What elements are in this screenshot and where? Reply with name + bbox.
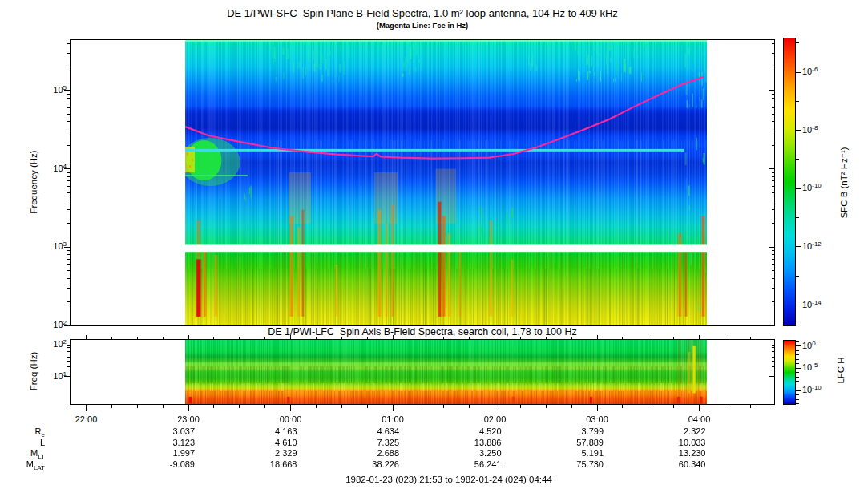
ephemeris-value: 4.520	[454, 426, 502, 437]
freq-minor-tick	[772, 114, 774, 115]
freq-minor-tick	[772, 354, 774, 354]
ephemeris-value: 60.340	[658, 459, 706, 470]
freq-minor-tick	[67, 53, 70, 54]
sfc-spectrogram-panel	[70, 39, 775, 326]
time-tick	[725, 405, 725, 408]
sfc-colorbar-minor-tick	[796, 217, 799, 218]
lfc-colorbar-minor-tick	[796, 354, 799, 355]
ephemeris-value: 3.123	[147, 438, 195, 448]
sfc-colorbar-major-tick	[796, 188, 801, 189]
freq-minor-tick	[772, 301, 774, 302]
freq-minor-tick	[67, 264, 70, 265]
freq-minor-tick	[67, 192, 70, 193]
ephemeris-value: 1.997	[147, 448, 195, 459]
time-tick-top	[571, 337, 572, 339]
sfc-colorbar-tick-label: 10-10	[802, 183, 839, 194]
freq-minor-tick	[772, 121, 774, 122]
freq-minor-tick	[772, 264, 774, 265]
freq-minor-tick	[772, 67, 774, 67]
time-tick-label: 03:00	[573, 414, 621, 425]
ephemeris-row-label: Re	[5, 426, 45, 438]
freq-minor-tick	[772, 180, 774, 181]
freq-minor-tick	[772, 176, 774, 177]
freq-tick-label: 102	[41, 339, 67, 350]
time-tick-top	[86, 335, 87, 339]
sfc-colorbar-tick-label: 10-6	[802, 67, 839, 78]
freq-minor-tick	[772, 350, 774, 350]
freq-minor-tick	[67, 98, 70, 99]
freq-major-tick	[769, 247, 774, 248]
lfc-colorbar-minor-tick	[796, 341, 799, 342]
freq-minor-tick	[67, 121, 70, 122]
freq-minor-tick	[772, 186, 774, 187]
time-tick-label: 01:00	[369, 414, 417, 425]
time-tick-top	[341, 337, 342, 339]
ephemeris-value: 4.634	[351, 426, 399, 437]
sfc-panel-title: DE 1/PWI-SFC Spin Plane B-Field Spectra,…	[71, 7, 774, 19]
freq-minor-tick	[772, 209, 774, 210]
lfc-colorbar-tick-label: 100	[802, 341, 839, 352]
sfc-colorbar-tick-label: 10-12	[802, 241, 839, 253]
freq-minor-tick	[772, 254, 774, 255]
time-tick	[290, 405, 291, 411]
sfc-colorbar-minor-tick	[796, 42, 799, 43]
freq-minor-tick	[772, 278, 774, 279]
freq-minor-tick	[772, 288, 774, 289]
freq-minor-tick	[67, 278, 70, 279]
freq-minor-tick	[772, 94, 774, 95]
time-tick	[495, 405, 495, 411]
freq-major-tick	[769, 325, 774, 326]
time-tick-top	[622, 337, 623, 339]
freq-minor-tick	[67, 131, 70, 131]
ephemeris-value: 3.250	[454, 448, 502, 459]
lfc-y-axis-label: Freq (Hz)	[29, 352, 38, 391]
time-tick-top	[188, 335, 189, 339]
freq-minor-tick	[67, 288, 70, 289]
freq-minor-tick	[67, 43, 70, 44]
time-tick-top	[495, 335, 495, 339]
freq-tick-label: 103	[41, 241, 67, 253]
time-tick	[341, 405, 342, 408]
freq-minor-tick	[67, 114, 70, 115]
lfc-colorbar-minor-tick	[796, 394, 799, 395]
spectrogram-figure: DE 1/PWI-SFC Spin Plane B-Field Spectra,…	[0, 0, 868, 497]
freq-minor-tick	[67, 357, 70, 358]
time-tick	[520, 405, 521, 408]
ephemeris-value: 13.230	[658, 448, 706, 459]
sfc-colorbar-minor-tick	[796, 101, 799, 102]
lfc-colorbar-minor-tick	[796, 350, 799, 351]
freq-minor-tick	[67, 301, 70, 302]
time-tick	[469, 405, 470, 408]
ephemeris-value: 56.241	[454, 459, 502, 470]
time-tick-top	[597, 335, 598, 339]
ephemeris-value: 57.889	[555, 438, 604, 448]
time-tick-top	[393, 335, 394, 339]
lfc-colorbar-tick-label: 10-5	[802, 362, 839, 374]
freq-minor-tick	[772, 107, 774, 108]
time-tick	[264, 405, 265, 408]
freq-minor-tick	[67, 270, 70, 271]
sfc-panel-subtitle: (Magenta Line: Fce in Hz)	[71, 21, 774, 30]
lfc-spectrogram-panel	[70, 339, 775, 405]
freq-major-tick	[769, 168, 774, 169]
ephemeris-value: 7.325	[351, 438, 399, 448]
time-tick-label: 04:00	[676, 414, 724, 425]
ephemeris-value: 3.799	[555, 426, 604, 437]
freq-major-tick	[769, 90, 774, 91]
ephemeris-value: 4.610	[249, 438, 297, 448]
ephemeris-value: 3.037	[147, 426, 195, 437]
freq-minor-tick	[772, 250, 774, 251]
ephemeris-value: 2.688	[351, 448, 399, 459]
freq-minor-tick	[67, 107, 70, 108]
ephemeris-row-label: L	[5, 438, 45, 448]
ephemeris-value: 38.226	[351, 459, 399, 470]
time-tick	[750, 405, 751, 408]
time-tick	[699, 405, 700, 411]
freq-minor-tick	[67, 250, 70, 251]
lfc-colorbar-major-tick	[796, 390, 801, 391]
freq-minor-tick	[67, 350, 70, 350]
time-tick-top	[213, 337, 214, 339]
lfc-panel-title: DE 1/PWI-LFC Spin Axis B-Field Spectra, …	[71, 326, 774, 337]
ephemeris-value: 4.163	[249, 426, 297, 437]
time-tick-top	[725, 337, 725, 339]
